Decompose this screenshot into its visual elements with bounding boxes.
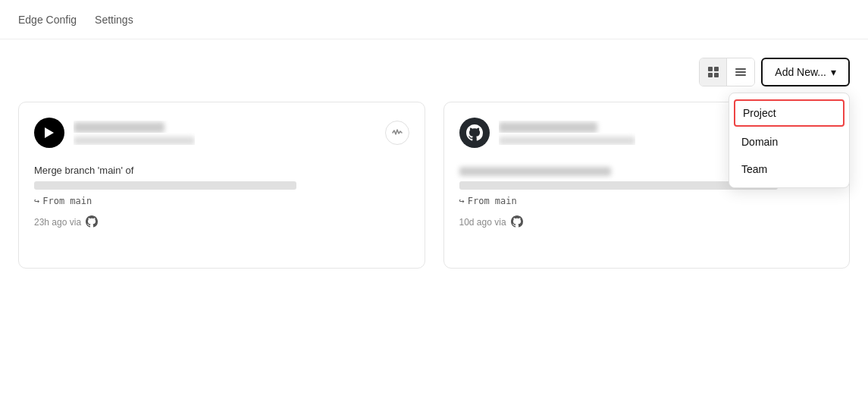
card-1-title-group: [74, 121, 195, 145]
card-1-commit-msg: Merge branch 'main' of: [34, 163, 409, 190]
card-2-time-info: 10d ago via: [459, 215, 835, 230]
grid-view-button[interactable]: [700, 58, 727, 86]
list-icon: [735, 66, 747, 78]
svg-rect-3: [714, 73, 719, 77]
card-2-title-group: [499, 121, 635, 145]
branch-icon-2: ↪: [459, 196, 465, 206]
svg-rect-1: [714, 67, 719, 71]
nav-settings[interactable]: Settings: [95, 14, 133, 26]
add-new-dropdown: Project Domain Team: [729, 93, 850, 188]
card-2-logo-area: [459, 118, 635, 148]
svg-rect-0: [708, 67, 713, 71]
card-1-header: [34, 118, 409, 148]
svg-rect-4: [735, 68, 746, 70]
svg-rect-2: [708, 73, 713, 77]
top-nav: Edge Config Settings: [0, 0, 868, 39]
card-1-avatar: [34, 118, 64, 148]
add-new-label: Add New...: [775, 66, 826, 78]
list-view-button[interactable]: [727, 58, 754, 86]
card-1-logo-area: [34, 118, 195, 148]
card-2-branch-info: ↪ From main: [459, 196, 835, 206]
card-1-branch-info: ↪ From main: [34, 196, 409, 206]
card-2-title: [499, 121, 635, 133]
branch-icon-1: ↪: [34, 196, 39, 206]
github-icon-2: [511, 215, 523, 230]
svg-rect-5: [735, 71, 746, 73]
chevron-down-icon: ▾: [831, 66, 836, 78]
grid-icon: [707, 66, 719, 78]
dropdown-item-domain[interactable]: Domain: [729, 128, 849, 156]
dropdown-item-project[interactable]: Project: [734, 99, 844, 127]
project-card-1: Merge branch 'main' of ↪ From main 23h a…: [18, 102, 425, 269]
nav-edge-config[interactable]: Edge Config: [18, 14, 77, 26]
card-1-commit-details: Merge branch 'main' of ↪ From main 23h a…: [34, 160, 409, 230]
triangle-icon: [42, 126, 56, 140]
dropdown-item-team[interactable]: Team: [729, 156, 849, 183]
card-1-title: [74, 121, 195, 133]
main-content: Add New... ▾ Project Domain Team: [0, 39, 868, 269]
card-1-action-icon[interactable]: [385, 121, 409, 145]
svg-rect-6: [735, 74, 746, 76]
activity-icon: [392, 127, 403, 138]
card-1-time-info: 23h ago via: [34, 215, 409, 230]
svg-marker-7: [45, 127, 54, 138]
cards-row: Merge branch 'main' of ↪ From main 23h a…: [18, 102, 850, 269]
card-2-avatar: [459, 118, 490, 148]
card-1-subtitle: [74, 133, 195, 144]
github-avatar-icon: [466, 124, 483, 141]
toolbar: Add New... ▾ Project Domain Team: [18, 58, 850, 86]
add-new-button[interactable]: Add New... ▾: [761, 58, 850, 86]
card-2-subtitle: [499, 133, 635, 144]
view-toggle-group: [699, 58, 755, 86]
github-icon-1: [86, 215, 98, 230]
card-1-commit-line2-blur: [34, 181, 296, 190]
